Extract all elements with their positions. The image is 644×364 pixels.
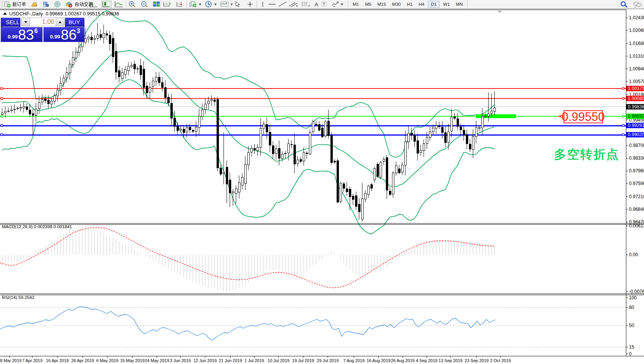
svg-text:29 Jul 2019: 29 Jul 2019 <box>317 358 339 363</box>
svg-text:1.00940: 1.00940 <box>629 66 644 72</box>
svg-text:3 Jun 2019: 3 Jun 2019 <box>170 358 191 363</box>
svg-text:0.97210: 0.97210 <box>629 194 644 199</box>
svg-text:RSI(14) 59.2542: RSI(14) 59.2542 <box>2 295 34 300</box>
svg-text:26 Aug 2019: 26 Aug 2019 <box>391 358 415 363</box>
svg-text:0.96840: 0.96840 <box>629 207 644 212</box>
svg-text:0.99: 0.99 <box>8 34 18 40</box>
svg-text:50: 50 <box>629 323 634 328</box>
svg-text:24 May 2019: 24 May 2019 <box>145 358 169 363</box>
svg-text:0: 0 <box>629 351 632 357</box>
svg-text:BUY: BUY <box>68 19 80 25</box>
svg-text:-0.007612: -0.007612 <box>629 289 644 294</box>
svg-text:0.97590: 0.97590 <box>629 181 644 186</box>
svg-text:2 Oct 2019: 2 Oct 2019 <box>490 358 511 363</box>
svg-text:1.00570: 1.00570 <box>629 79 644 84</box>
svg-text:6: 6 <box>34 27 38 34</box>
svg-text:0.99291: 0.99291 <box>628 123 644 128</box>
svg-text:10 Jul 2019: 10 Jul 2019 <box>268 358 290 363</box>
svg-text:USDCHF-,Daily 0.99669 1.00267: USDCHF-,Daily 0.99669 1.00267 0.99515 0,… <box>9 11 119 17</box>
svg-text:0.00613: 0.00613 <box>629 223 644 229</box>
svg-text:0.99550: 0.99550 <box>628 114 644 119</box>
svg-text:1.02060: 1.02060 <box>629 28 644 33</box>
svg-text:F: F <box>309 5 310 7</box>
svg-text:21 Jun 2019: 21 Jun 2019 <box>219 358 242 363</box>
svg-text:1.01680: 1.01680 <box>629 41 644 46</box>
svg-text:16 Aug 2019: 16 Aug 2019 <box>367 358 390 363</box>
svg-text:多空转折点: 多空转折点 <box>554 147 619 161</box>
svg-text:15 May 2019: 15 May 2019 <box>120 358 145 363</box>
svg-text:83: 83 <box>18 27 34 43</box>
svg-text:0.00: 0.00 <box>629 252 638 257</box>
svg-text:0.97960: 0.97960 <box>629 168 644 174</box>
svg-text:0.99: 0.99 <box>50 34 60 40</box>
svg-text:7 Apr 2019: 7 Apr 2019 <box>22 358 42 363</box>
svg-text:100: 100 <box>629 295 637 301</box>
svg-text:23 Sep 2019: 23 Sep 2019 <box>465 358 489 363</box>
svg-text:1.02430: 1.02430 <box>629 15 644 20</box>
svg-text:16 Apr 2019: 16 Apr 2019 <box>46 358 68 363</box>
svg-text:12 Jun 2019: 12 Jun 2019 <box>194 358 217 363</box>
svg-text:1.00: 1.00 <box>42 18 54 25</box>
svg-text:15: 15 <box>629 344 634 350</box>
svg-text:0.99020: 0.99020 <box>628 132 644 137</box>
svg-text:26 Apr 2019: 26 Apr 2019 <box>71 358 94 363</box>
svg-text:0.98330: 0.98330 <box>629 155 644 161</box>
svg-text:1.01310: 1.01310 <box>629 53 644 59</box>
svg-text:0.99836: 0.99836 <box>628 104 644 110</box>
svg-text:SELL: SELL <box>6 19 19 25</box>
svg-text:E: E <box>296 5 298 7</box>
svg-text:1.00080: 1.00080 <box>628 96 644 101</box>
svg-text:1 Jul 2019: 1 Jul 2019 <box>245 358 264 363</box>
svg-text:80: 80 <box>629 305 634 310</box>
svg-text:13 Sep 2019: 13 Sep 2019 <box>439 358 462 363</box>
svg-text:0.99550: 0.99550 <box>562 110 605 124</box>
svg-text:0.98700: 0.98700 <box>629 143 644 148</box>
svg-text:19 Jul 2019: 19 Jul 2019 <box>292 358 314 363</box>
svg-text:6 May 2019: 6 May 2019 <box>96 358 118 363</box>
svg-text:7 Aug 2019: 7 Aug 2019 <box>343 358 365 363</box>
svg-text:28 Mar 2019: 28 Mar 2019 <box>0 358 22 363</box>
svg-text:1.00373: 1.00373 <box>628 86 644 91</box>
svg-text:MACD(12,26,9) 0.002398 0.00184: MACD(12,26,9) 0.002398 0.001841 <box>2 224 72 229</box>
svg-text:4 Sep 2019: 4 Sep 2019 <box>416 358 437 363</box>
svg-text:3: 3 <box>77 27 80 34</box>
svg-text:T: T <box>323 2 325 7</box>
svg-text:86: 86 <box>61 27 77 43</box>
